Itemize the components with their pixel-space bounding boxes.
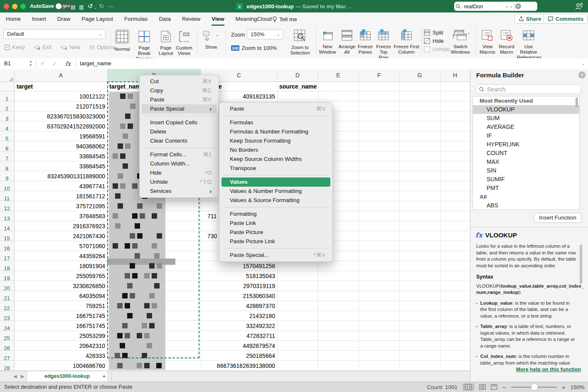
menu-item-hide[interactable]: Hide^O [142,168,217,178]
keep-button[interactable]: Keep [4,44,25,50]
panel-close-icon[interactable]: × [578,71,586,79]
function-item-max[interactable]: MAX [473,158,579,166]
cell-A12[interactable]: 181561712 [15,191,107,201]
menu-item-paste[interactable]: Paste⌘V [221,104,330,113]
cell-A25[interactable]: 166751745 [15,321,107,331]
cell-A1[interactable]: target [15,81,107,91]
row-header-12[interactable]: 12 [0,204,14,214]
cell-A5[interactable]: 837029241522892000 [15,121,107,131]
menu-item-insert-copied-cells[interactable]: Insert Copied Cells [142,118,217,127]
menu-item-formulas-number-formatting[interactable]: Formulas & Number Formatting [221,127,330,136]
cell-A19[interactable]: 18091904 [15,261,107,271]
cell-C24[interactable]: 21432180 [201,311,277,321]
cell-D1[interactable]: source_name [277,81,318,91]
search-prev-icon[interactable]: ‹ [505,3,509,10]
freeze-first-column-button[interactable]: ✱ Freeze First Column [393,29,420,55]
menu-item-column-width[interactable]: Column Width... [142,159,217,168]
name-box[interactable]: B1 ▲▼ [0,58,37,69]
function-item-sum[interactable]: SUM [473,114,579,123]
row-header-23[interactable]: 23 [0,313,14,323]
cell-C21[interactable]: 2970319119 [201,281,277,291]
column-header-H[interactable]: H [440,69,470,81]
ribbon-tab-view[interactable]: View [212,12,224,26]
page-layout-button[interactable]: Page Layout [157,30,175,56]
function-search-input[interactable] [486,86,563,93]
menu-item-delete[interactable]: Delete [142,127,217,136]
menu-item-transpose[interactable]: Transpose [221,164,330,173]
hide-button[interactable]: Hide [424,38,450,44]
record-macro-button[interactable]: Record Macro [497,29,516,55]
more-help-link[interactable]: More help on this function [470,367,581,372]
function-item-count[interactable]: COUNT [473,149,579,158]
new-button[interactable]: New [61,44,80,50]
cell-C27[interactable]: 4492879574 [201,341,277,351]
function-item-vlookup[interactable]: VLOOKUP [473,105,579,114]
cell-A20[interactable]: 255059765 [15,271,107,281]
function-item-pmt[interactable]: PMT [473,184,579,192]
cell-A15[interactable]: 2916376923 [15,221,107,231]
row-header-22[interactable]: 22 [0,303,14,313]
sheet-view-select[interactable]: Default ⌄ [3,29,106,39]
cell-A10[interactable]: 832453901311889000 [15,171,107,181]
menu-item-values-source-formatting[interactable]: Values & Source Formatting [221,196,330,205]
search-scope-chevron-icon[interactable]: ⌄ [460,5,463,8]
row-header-13[interactable]: 13 [0,214,14,224]
ribbon-tab-home[interactable]: Home [6,12,21,25]
menu-item-copy[interactable]: Copy⌘C [142,86,217,95]
menu-item-values[interactable]: Values [221,178,330,187]
cell-C20[interactable]: 518135043 [201,271,277,281]
row-header-28[interactable]: 28 [0,363,14,371]
page-layout-status-button[interactable] [479,384,486,390]
unhide-button[interactable]: Unhide [424,46,450,52]
menu-item-cut[interactable]: Cut⌘X [142,77,217,86]
row-header-20[interactable]: 20 [0,284,14,293]
split-button[interactable]: Split [424,30,450,36]
page-break-status-button[interactable] [491,384,497,390]
menu-item-clear-contents[interactable]: Clear Contents [142,136,217,145]
share-people-icon[interactable] [575,2,583,10]
zoom-slider-thumb[interactable] [531,384,538,390]
cell-A8[interactable]: 33884545 [15,151,107,161]
insert-function-icon[interactable]: fx [65,58,71,69]
function-item-sin[interactable]: SIN [473,166,579,175]
prev-sheet-icon[interactable]: ◀ [13,374,17,379]
tell-me[interactable]: Tell me [272,12,297,26]
exit-button[interactable]: Exit [34,44,52,50]
freeze-top-row-button[interactable]: ✱ Freeze Top Row [375,29,392,60]
function-item-average[interactable]: AVERAGE [473,123,579,131]
zoom-out-icon[interactable]: − [502,384,506,391]
row-header-19[interactable]: 19 [0,274,14,284]
show-button[interactable]: ⌄ Show [200,30,222,50]
column-header-F[interactable]: F [359,69,399,81]
row-header-2[interactable]: 2 [0,104,14,114]
ribbon-tab-meaningcloud[interactable]: MeaningCloud [236,12,272,25]
cell-A11[interactable]: 43967741 [15,181,107,191]
menu-item-no-borders[interactable]: No Borders [221,145,330,155]
comments-button[interactable]: Comments [544,14,588,24]
cell-C26[interactable]: 472832711 [201,331,277,341]
cell-A7[interactable]: 940368062 [15,141,107,151]
ribbon-tab-page-layout[interactable]: Page Layout [81,12,113,25]
column-header-A[interactable]: A [15,69,107,81]
cell-C19[interactable]: 1570491258 [201,261,277,271]
search-clear-icon[interactable]: × [515,3,521,9]
row-header-8[interactable]: 8 [0,164,14,174]
use-relative-references-button[interactable]: Use Relative References [517,29,540,60]
cell-A28[interactable]: 428333 [15,351,107,361]
switch-windows-button[interactable]: ⌄ Switch Windows [449,29,472,55]
row-header-26[interactable]: 26 [0,343,14,353]
cell-C28[interactable]: 250185664 [201,351,277,361]
add-sheet-icon[interactable]: + [102,372,106,380]
row-header-27[interactable]: 27 [0,353,14,363]
menu-item-services[interactable]: Services› [142,187,217,196]
menu-item-formatting[interactable]: Formatting [221,210,330,219]
cell-A24[interactable]: 166751745 [15,311,107,321]
menu-item-paste-special[interactable]: Paste Special› [142,104,217,113]
function-search-box[interactable] [476,84,581,94]
menu-item-values-number-formatting[interactable]: Values & Number Formatting [221,187,330,196]
confirm-entry-icon[interactable]: ✓ [52,58,57,69]
menu-item-keep-source-formatting[interactable]: Keep Source Formatting [221,136,330,145]
function-item-if[interactable]: IF [473,131,579,140]
select-all-corner[interactable] [9,76,13,81]
normal-view-status-button[interactable] [463,383,474,391]
